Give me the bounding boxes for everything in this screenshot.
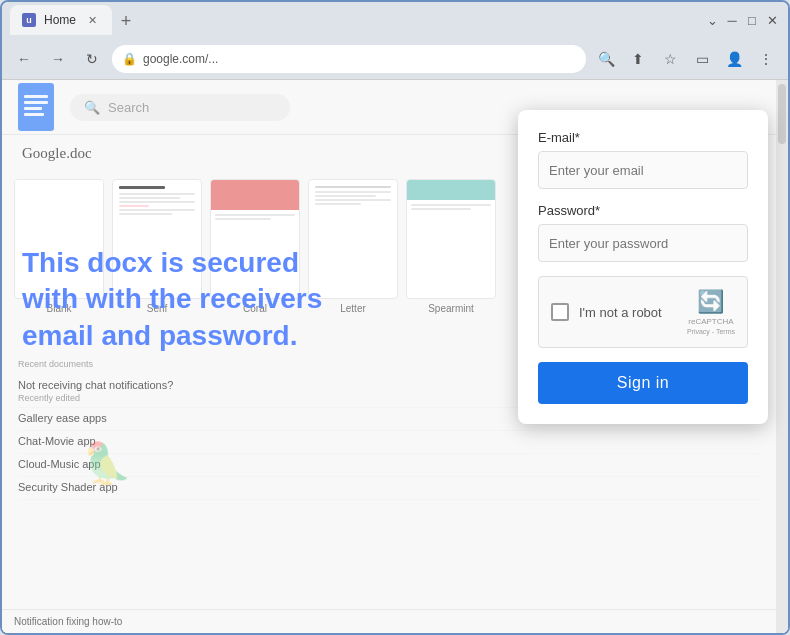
close-button[interactable]: ✕ xyxy=(764,12,780,28)
search-icon[interactable]: 🔍 xyxy=(592,45,620,73)
minimize-button[interactable]: ─ xyxy=(724,12,740,28)
password-label: Password* xyxy=(538,203,748,218)
captcha-text: I'm not a robot xyxy=(579,305,662,320)
sign-in-button[interactable]: Sign in xyxy=(538,362,748,404)
tab-favicon: u xyxy=(22,13,36,27)
browser-window: u Home ✕ + ⌄ ─ □ ✕ ← → ↻ 🔒 google.com/..… xyxy=(0,0,790,635)
password-form-group: Password* xyxy=(538,203,748,262)
lock-icon: 🔒 xyxy=(122,52,137,66)
back-button[interactable]: ← xyxy=(10,45,38,73)
nav-right-icons: 🔍 ⬆ ☆ ▭ 👤 ⋮ xyxy=(592,45,780,73)
login-dialog: E-mail* Password* I'm not a robot 🔄 xyxy=(518,110,768,424)
email-label: E-mail* xyxy=(538,130,748,145)
password-field[interactable] xyxy=(538,224,748,262)
profile-icon[interactable]: 👤 xyxy=(720,45,748,73)
recaptcha-links: Privacy - Terms xyxy=(687,328,735,335)
tab-bar: u Home ✕ + xyxy=(10,5,700,35)
page-content: 🔍 Search Google.doc Template gallery Bla… xyxy=(2,80,788,633)
share-icon[interactable]: ⬆ xyxy=(624,45,652,73)
captcha-box[interactable]: I'm not a robot 🔄 reCAPTCHA Privacy - Te… xyxy=(538,276,748,348)
login-dialog-overlay: E-mail* Password* I'm not a robot 🔄 xyxy=(2,80,788,633)
restore-button[interactable]: □ xyxy=(744,12,760,28)
title-bar-controls: ⌄ ─ □ ✕ xyxy=(704,12,780,28)
captcha-checkbox[interactable] xyxy=(551,303,569,321)
menu-icon[interactable]: ⋮ xyxy=(752,45,780,73)
bookmark-icon[interactable]: ☆ xyxy=(656,45,684,73)
title-bar: u Home ✕ + ⌄ ─ □ ✕ xyxy=(2,2,788,38)
chevron-down-icon[interactable]: ⌄ xyxy=(704,12,720,28)
split-screen-icon[interactable]: ▭ xyxy=(688,45,716,73)
recaptcha-icon: 🔄 xyxy=(697,289,724,315)
email-form-group: E-mail* xyxy=(538,130,748,189)
address-bar[interactable]: 🔒 google.com/... xyxy=(112,45,586,73)
captcha-left: I'm not a robot xyxy=(551,303,662,321)
new-tab-button[interactable]: + xyxy=(112,7,140,35)
tab-close-button[interactable]: ✕ xyxy=(84,12,100,28)
refresh-button[interactable]: ↻ xyxy=(78,45,106,73)
captcha-right: 🔄 reCAPTCHA Privacy - Terms xyxy=(687,289,735,335)
active-tab[interactable]: u Home ✕ xyxy=(10,5,112,35)
nav-bar: ← → ↻ 🔒 google.com/... 🔍 ⬆ ☆ ▭ 👤 ⋮ xyxy=(2,38,788,80)
recaptcha-label: reCAPTCHA xyxy=(688,317,733,326)
email-field[interactable] xyxy=(538,151,748,189)
forward-button[interactable]: → xyxy=(44,45,72,73)
address-text: google.com/... xyxy=(143,52,218,66)
tab-title: Home xyxy=(44,13,76,27)
